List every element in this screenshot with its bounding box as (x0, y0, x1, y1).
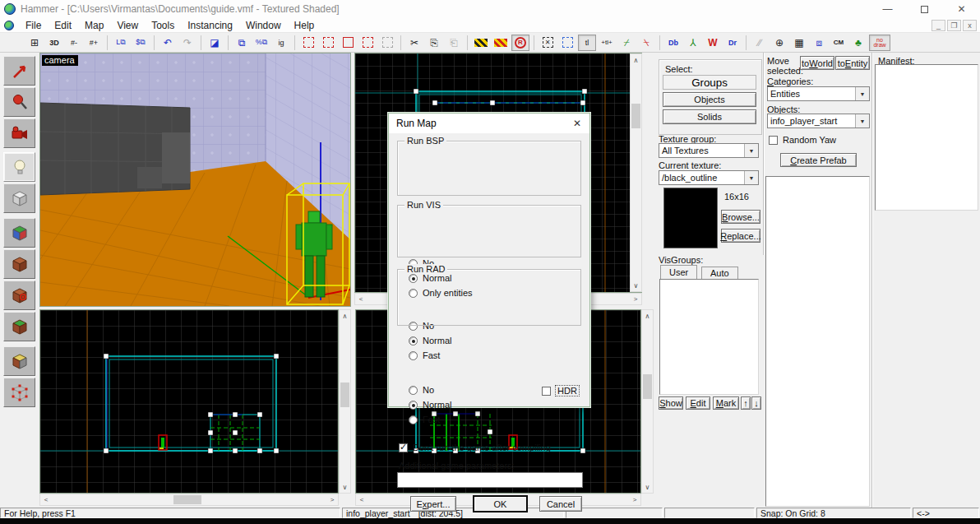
dropdown-arrow-icon[interactable]: ▼ (855, 114, 869, 128)
detail-brushes-button[interactable]: Db (664, 35, 682, 51)
scroll-up-icon[interactable]: ∧ (631, 54, 641, 66)
rad-fast-radio[interactable]: Fast (409, 415, 440, 424)
menu-view[interactable]: View (110, 19, 145, 32)
cm-button[interactable]: CM (830, 35, 848, 51)
save-window-state-button[interactable]: $⧉ (132, 35, 150, 51)
models-button[interactable]: ⅄ (684, 35, 702, 51)
mdi-restore-button[interactable]: ❐ (947, 20, 961, 31)
tool-camera-button[interactable] (3, 118, 35, 148)
scroll-thumb[interactable] (631, 104, 640, 128)
cut-button[interactable]: ✂ (405, 35, 423, 51)
smaller-grid-button[interactable]: #- (65, 35, 83, 51)
paste-button[interactable]: ⎗ (445, 35, 463, 51)
dropdown-arrow-icon[interactable]: ▼ (855, 87, 869, 100)
tool-magnify-button[interactable] (3, 87, 35, 117)
carve-button[interactable]: ◪ (206, 35, 224, 51)
cordon-toggle-button[interactable] (492, 35, 510, 51)
prefab-list[interactable] (765, 176, 870, 507)
vis-normal-radio[interactable]: Normal (409, 336, 451, 345)
hdr-checkbox[interactable]: HDR (542, 386, 579, 396)
mdi-minimize-button[interactable]: _ (931, 20, 945, 31)
cancel-button[interactable]: Cancel (539, 496, 582, 512)
texture-scale-lock-button[interactable]: +tl+ (598, 35, 616, 51)
lasso-select-button[interactable] (558, 35, 576, 51)
menu-edit[interactable]: Edit (48, 19, 78, 32)
replace-button[interactable]: Replace... (721, 229, 760, 243)
ok-button[interactable]: OK (474, 496, 527, 512)
rad-no-radio[interactable]: No (409, 385, 434, 395)
scroll-thumb[interactable] (173, 495, 201, 504)
scroll-left-icon[interactable]: < (355, 294, 367, 304)
copy-button[interactable]: ⎘ (425, 35, 443, 51)
tool-entity-button[interactable] (3, 152, 35, 182)
tool-decal-button[interactable] (3, 281, 35, 310)
select-box-button[interactable]: ✕ (539, 35, 557, 51)
vis-fast-radio[interactable]: Fast (409, 350, 440, 360)
menu-window[interactable]: Window (239, 19, 288, 32)
flip-horizontal-button[interactable]: ⌿ (617, 35, 636, 51)
visgroup-up-button[interactable]: ↑ (741, 396, 751, 410)
scroll-down-icon[interactable]: ∨ (631, 280, 641, 291)
objects-dropdown[interactable]: info_player_start ▼ (767, 114, 870, 128)
show-hidden-button[interactable] (339, 35, 357, 51)
tab-visgroups-auto[interactable]: Auto (701, 267, 738, 279)
vscrollbar-top-view[interactable]: ∧ ∨ (630, 53, 642, 292)
dropdown-arrow-icon[interactable]: ▼ (744, 144, 758, 157)
dialog-close-icon[interactable]: ✕ (565, 114, 589, 133)
undo-button[interactable]: ↶ (159, 35, 177, 51)
visgroup-off-button[interactable] (378, 35, 396, 51)
browse-button[interactable]: Browse... (721, 210, 760, 224)
select-solids-button[interactable]: Solids (663, 109, 756, 124)
visgroup-edit-button[interactable]: Edit (686, 396, 710, 410)
create-prefab-button[interactable]: Create Prefab (780, 153, 857, 167)
grid-3d-button[interactable]: 3D (45, 35, 63, 51)
tool-selection-button[interactable] (3, 56, 35, 86)
scroll-right-icon[interactable]: > (630, 294, 641, 304)
tab-visgroups-user[interactable]: User (660, 265, 697, 279)
radius-culling-button[interactable]: R (511, 35, 529, 51)
expert-button[interactable]: Expert... (410, 496, 456, 512)
menu-map[interactable]: Map (78, 19, 110, 32)
hide-unselected-button[interactable] (319, 35, 337, 51)
menu-tools[interactable]: Tools (145, 19, 181, 32)
tool-vertex-button[interactable] (3, 378, 35, 407)
current-texture-dropdown[interactable]: /black_outline ▼ (659, 170, 759, 185)
tool-overlay-button[interactable] (3, 312, 35, 341)
categories-dropdown[interactable]: Entities ▼ (767, 86, 870, 101)
ignore-groups-button[interactable]: ig (272, 35, 290, 51)
tool-block-button[interactable] (3, 183, 35, 213)
texture-group-dropdown[interactable]: All Textures ▼ (659, 143, 759, 158)
foliage-button[interactable]: ♣ (849, 35, 867, 51)
ungroup-button[interactable]: %⧉ (252, 35, 270, 51)
snap-grid-button[interactable]: ⊞ (25, 35, 44, 51)
tool-clipping-button[interactable] (3, 346, 35, 376)
wireframe-w-button[interactable]: W (704, 35, 722, 51)
texture-grid-button[interactable]: ▦ (790, 35, 808, 51)
visgroups-list[interactable] (659, 279, 759, 395)
vscrollbar-front-view[interactable]: ∧ ∨ (641, 309, 654, 494)
menu-instancing[interactable]: Instancing (181, 19, 239, 32)
close-button[interactable]: ✕ (943, 0, 980, 18)
helpers-button[interactable]: ⊕ (770, 35, 788, 51)
minimize-button[interactable]: — (869, 0, 906, 18)
viewport-2d-side[interactable] (39, 309, 339, 494)
redo-button[interactable]: ↷ (178, 35, 196, 51)
auto-visgroup-button[interactable] (358, 35, 377, 51)
scroll-left-icon[interactable]: < (40, 494, 52, 505)
scroll-right-icon[interactable]: > (629, 494, 640, 505)
select-objects-button[interactable]: Objects (663, 92, 756, 107)
tool-texture-application-button[interactable] (3, 218, 35, 248)
gray-block[interactable] (40, 103, 190, 195)
hscrollbar-side-view[interactable]: < > (39, 494, 339, 506)
texture-lock-button[interactable]: tl (578, 35, 596, 51)
to-world-button[interactable]: toWorld (800, 56, 834, 70)
select-groups-button[interactable]: Groups (663, 75, 756, 90)
visgroup-down-button[interactable]: ↓ (751, 396, 761, 410)
dialog-titlebar[interactable]: Run Map ✕ (389, 114, 589, 133)
dont-run-game-checkbox[interactable]: Don't run the game after compiling (399, 443, 551, 452)
scroll-right-icon[interactable]: > (326, 494, 338, 505)
fade-preview-button[interactable]: ∕∕ (751, 35, 769, 51)
flip-vertical-button[interactable]: ⍀ (637, 35, 655, 51)
detail-props-button[interactable]: Dr (723, 35, 742, 51)
scroll-down-icon[interactable]: ∨ (642, 481, 653, 493)
